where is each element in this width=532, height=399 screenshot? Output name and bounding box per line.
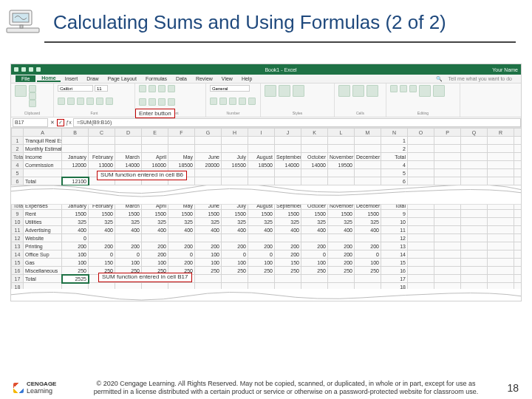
column-header[interactable]: Q xyxy=(461,129,488,137)
row-header[interactable]: 2 xyxy=(12,145,24,153)
cell[interactable] xyxy=(222,234,248,242)
cell[interactable]: Gas xyxy=(24,259,62,267)
cell[interactable]: Monthly Estimates xyxy=(24,145,62,153)
cell[interactable]: 19500 xyxy=(328,161,355,169)
cell[interactable] xyxy=(115,145,142,153)
cell[interactable] xyxy=(461,161,488,169)
cell[interactable] xyxy=(488,210,514,218)
cell[interactable]: 100 xyxy=(115,259,142,267)
cell[interactable]: 13 xyxy=(381,242,408,250)
cell[interactable]: 250 xyxy=(195,267,222,275)
cell[interactable] xyxy=(514,259,522,267)
cell[interactable]: 10 xyxy=(381,218,408,226)
cell[interactable] xyxy=(142,234,168,242)
cell[interactable] xyxy=(408,242,434,250)
cell[interactable]: 400 xyxy=(115,226,142,234)
cell[interactable] xyxy=(301,169,328,177)
column-header[interactable]: C xyxy=(89,129,115,137)
column-header[interactable]: S xyxy=(514,129,522,137)
cell[interactable]: 100 xyxy=(195,250,222,259)
merge-icon[interactable] xyxy=(168,98,175,106)
cell[interactable]: 1500 xyxy=(115,210,142,218)
cell[interactable]: 400 xyxy=(248,226,275,234)
font-name-input[interactable] xyxy=(58,85,93,92)
cell[interactable]: 200 xyxy=(328,250,355,259)
cell[interactable] xyxy=(488,242,514,250)
column-header[interactable]: O xyxy=(408,129,434,137)
cell[interactable] xyxy=(355,169,381,177)
cell[interactable] xyxy=(488,234,514,242)
cell[interactable] xyxy=(514,242,522,250)
cell[interactable] xyxy=(461,177,488,185)
cell[interactable]: 16 xyxy=(381,267,408,275)
cell[interactable] xyxy=(514,210,522,218)
cell[interactable] xyxy=(514,250,522,259)
cell[interactable] xyxy=(488,267,514,275)
cell[interactable]: 100 xyxy=(222,259,248,267)
cell[interactable] xyxy=(434,267,461,275)
cell[interactable] xyxy=(408,267,434,275)
align-middle-icon[interactable] xyxy=(149,85,156,92)
align-right-icon[interactable] xyxy=(158,98,166,106)
cell[interactable]: 14000 xyxy=(301,161,328,169)
cell[interactable]: 400 xyxy=(168,226,195,234)
cell[interactable]: October xyxy=(301,153,328,161)
cell[interactable]: 0 xyxy=(115,250,142,259)
row-header[interactable]: 9 xyxy=(12,210,24,218)
insert-cells-icon[interactable] xyxy=(338,85,350,97)
cell[interactable]: 15 xyxy=(381,259,408,267)
cell[interactable] xyxy=(408,177,434,185)
cell[interactable] xyxy=(488,218,514,226)
cell[interactable]: 1500 xyxy=(275,210,301,218)
cell[interactable]: 400 xyxy=(222,226,248,234)
cell[interactable]: 11 xyxy=(381,226,408,234)
table-row[interactable]: 10Utilities32532532532532532532532532532… xyxy=(12,218,522,226)
cell[interactable]: 325 xyxy=(168,218,195,226)
cell[interactable] xyxy=(434,242,461,250)
enter-icon[interactable]: ✓ xyxy=(58,120,64,126)
cell[interactable]: 5 xyxy=(381,169,408,177)
cell[interactable]: 14000 xyxy=(115,161,142,169)
column-header[interactable] xyxy=(12,129,24,137)
row-header[interactable]: 15 xyxy=(12,259,24,267)
cell[interactable] xyxy=(355,177,381,185)
cell[interactable] xyxy=(355,137,381,145)
column-header[interactable]: R xyxy=(488,129,514,137)
cancel-icon[interactable]: ✕ xyxy=(50,120,55,126)
cell[interactable]: 0 xyxy=(301,250,328,259)
cell[interactable]: June xyxy=(195,153,222,161)
cell[interactable] xyxy=(89,234,115,242)
cell[interactable] xyxy=(195,145,222,153)
cell[interactable] xyxy=(275,137,301,145)
cell[interactable] xyxy=(461,145,488,153)
cell[interactable]: 250 xyxy=(301,267,328,275)
cell[interactable] xyxy=(434,169,461,177)
cell[interactable]: July xyxy=(222,153,248,161)
column-header[interactable]: F xyxy=(168,129,195,137)
cell[interactable]: 1500 xyxy=(222,210,248,218)
cell[interactable] xyxy=(488,145,514,153)
cell[interactable] xyxy=(62,145,89,153)
cell[interactable]: 325 xyxy=(89,218,115,226)
cell[interactable]: 200 xyxy=(275,250,301,259)
cell[interactable] xyxy=(355,234,381,242)
cell[interactable]: 0 xyxy=(89,250,115,259)
cell[interactable]: 0 xyxy=(222,250,248,259)
cell[interactable] xyxy=(248,137,275,145)
cell[interactable] xyxy=(434,161,461,169)
cell[interactable] xyxy=(328,177,355,185)
cell[interactable]: 325 xyxy=(301,218,328,226)
format-cells-icon[interactable] xyxy=(366,85,378,97)
align-left-icon[interactable] xyxy=(139,98,146,106)
cell[interactable] xyxy=(328,169,355,177)
cell[interactable] xyxy=(248,275,275,283)
table-row[interactable]: 16Miscellaneous2502502502502502502502502… xyxy=(12,267,522,275)
cell[interactable] xyxy=(488,161,514,169)
cell[interactable]: 1500 xyxy=(328,210,355,218)
cell[interactable]: 400 xyxy=(275,226,301,234)
tab-view[interactable]: View xyxy=(217,76,237,81)
cell[interactable] xyxy=(434,210,461,218)
cell[interactable] xyxy=(301,275,328,283)
cell[interactable]: 200 xyxy=(328,259,355,267)
cell[interactable] xyxy=(461,218,488,226)
